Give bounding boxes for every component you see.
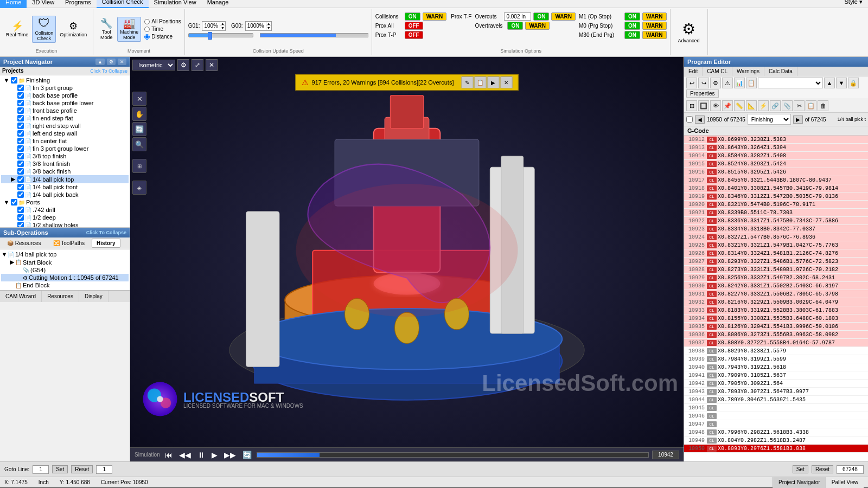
sub-tree-startblock[interactable]: ▶ 📋 Start Block — [1, 258, 129, 266]
gcode-row[interactable]: 10937CLX0.808Y0.3272Z1.5558B4.0164C-57.9… — [684, 339, 868, 347]
vp-close-tool[interactable]: ✕ — [132, 92, 146, 106]
prog-checkbox[interactable] — [686, 116, 693, 123]
vp-orient-icon[interactable]: ⊞ — [132, 159, 146, 173]
radio-time[interactable]: Time — [144, 26, 181, 32]
tree-item-rightend[interactable]: 📄 right end step wall — [1, 122, 129, 130]
overcuts-value[interactable]: 0.002 in — [504, 12, 531, 21]
tree-item-halfshallow[interactable]: 📄 1/2 shallow holes — [1, 221, 129, 227]
prog-tb-prop[interactable]: 📋 — [746, 78, 757, 88]
overtravels-on-badge[interactable]: ON — [507, 22, 523, 30]
m30-on-badge[interactable]: ON — [624, 31, 640, 39]
tree-item-742drill[interactable]: 📄 .742 drill — [1, 206, 129, 214]
gcode-row[interactable]: 10945CL — [684, 404, 868, 412]
project-nav-close-btn[interactable]: ✕ — [118, 59, 126, 65]
gcode-row[interactable]: 10934CLX0.8155Y0.3308Z1.5535B3.6488C-60.… — [684, 314, 868, 323]
sub-tree-14balltop[interactable]: ▼ 📄 1/4 ball pick top — [1, 251, 129, 258]
gcode-row[interactable]: 10931CLX0.8227Y0.3332Z1.5506B2.7805C-65.… — [684, 290, 868, 298]
g01-input-group[interactable]: 100% ▲ ▼ — [202, 21, 226, 31]
overcuts-warn-badge[interactable]: WARN — [551, 12, 576, 21]
tree-item-backbase[interactable]: 📄 back base profile — [1, 92, 129, 99]
prog-tab-edit[interactable]: Edit — [684, 67, 703, 76]
tree-item-fin3port[interactable]: 📄 fin 3 port group — [1, 84, 129, 92]
m0-warn-badge[interactable]: WARN — [642, 22, 667, 30]
prog-tab-calcdata[interactable]: Calc Data — [764, 67, 797, 76]
g00-up[interactable]: ▲ — [266, 22, 271, 26]
gcode-row[interactable]: 10919CLX0.8346Y0.3312Z1.5472B0.5035C-79.… — [684, 192, 868, 201]
gcode-row[interactable]: 10918CLX0.8401Y0.3308Z1.5457B0.3419C-79.… — [684, 184, 868, 192]
prog-icon6[interactable]: 📐 — [746, 100, 757, 111]
radio-all-positions[interactable]: All Positions — [144, 18, 181, 24]
tree-item-38back[interactable]: 📄 3/8 back finish — [1, 168, 129, 175]
resources-bottom-tab[interactable]: Resources — [42, 291, 79, 302]
viewport-settings-btn[interactable]: ⚙ — [177, 59, 189, 71]
set-goto-btn[interactable]: Set — [52, 465, 68, 473]
speed-slider2[interactable] — [260, 33, 368, 37]
prog-tb-warnings2[interactable]: ⚠ — [722, 78, 733, 88]
pallet-view-tab[interactable]: Pallet View — [826, 477, 864, 488]
gcode-row[interactable]: 10922CLX0.8336Y0.3317Z1.5475B0.7343C-77.… — [684, 217, 868, 225]
gcode-row[interactable]: 10946CL — [684, 412, 868, 420]
speed-slider[interactable] — [188, 33, 253, 37]
project-nav-bottom-tab[interactable]: Project Navigator — [773, 477, 826, 488]
prog-op-select[interactable] — [758, 78, 823, 88]
gcode-row[interactable]: 10916CLX0.8515Y0.3295Z1.5426 — [684, 168, 868, 176]
gcode-row[interactable]: 10914CLX0.8584Y0.3282Z1.5408 — [684, 152, 868, 160]
m30-warn-badge[interactable]: WARN — [642, 31, 667, 39]
gcode-row[interactable]: 10927CLX0.8293Y0.3327Z1.5486B1.5776C-72.… — [684, 258, 868, 266]
g00-spinner[interactable]: ▲ ▼ — [266, 22, 271, 30]
prog-tb-cam[interactable]: ⚙ — [710, 78, 721, 88]
tree-item-38top[interactable]: 📄 3/8 top finish — [1, 152, 129, 160]
gcode-row[interactable]: 10913CLX0.8643Y0.3264Z1.5394 — [684, 144, 868, 152]
tree-item-14balltop[interactable]: ▶ 📄 1/4 ball pick top — [1, 175, 129, 183]
gcode-row[interactable]: 10944CLX0.789Y0.3046Z1.5639Z1.5435 — [684, 396, 868, 404]
reset-value-input[interactable] — [96, 465, 112, 474]
menu-simulation-view[interactable]: Simulation View — [149, 0, 202, 8]
tree-item-halfdeep[interactable]: 📄 1/2 deep — [1, 214, 129, 221]
view-select[interactable]: Isometric Front Top — [132, 60, 175, 70]
prog-op-dropdown[interactable]: Finishing — [748, 114, 791, 125]
gcode-row[interactable]: 10935CLX0.8126Y0.3294Z1.5541B3.9996C-59.… — [684, 323, 868, 331]
gcode-row[interactable]: 10932CLX0.8216Y0.3229Z1.5509B3.0029C-64.… — [684, 298, 868, 306]
reset-right-btn[interactable]: Reset — [812, 465, 833, 473]
overtravels-warn-badge[interactable]: WARN — [525, 22, 550, 30]
menu-home[interactable]: Home — [0, 0, 27, 8]
vp-rotate-tool[interactable]: 🔄 — [132, 122, 146, 136]
error-nav-btn[interactable]: ▶ — [487, 76, 499, 88]
tree-item-ports[interactable]: ▼ 📁 Ports — [1, 198, 129, 206]
advanced-button[interactable]: ⚙ Advanced — [674, 18, 704, 46]
gcode-row[interactable]: 10941CLX0.7909Y0.3105Z1.5637 — [684, 371, 868, 380]
tree-item-finendstep[interactable]: 📄 fin end step flat — [1, 114, 129, 122]
gcode-row[interactable]: 10947CL — [684, 420, 868, 428]
gcode-row[interactable]: 10948CLX0.7996Y0.2982Z1.5618B3.4338 — [684, 428, 868, 436]
g00-input-group[interactable]: 1000% ▲ ▼ — [245, 21, 272, 31]
realtime-button[interactable]: ⚡ Real-Time — [3, 20, 31, 39]
tree-item-fincenter[interactable]: 📄 fin center flat — [1, 137, 129, 145]
g00-down[interactable]: ▼ — [266, 26, 271, 30]
gcode-row[interactable]: 10925CLX0.8321Y0.3321Z1.5479B1.0427C-75.… — [684, 241, 868, 249]
cam-wizard-tab[interactable]: CAM Wizard — [0, 291, 42, 302]
prog-tab-camcl[interactable]: CAM CL — [703, 67, 732, 76]
prog-nav-right[interactable]: ▶ — [793, 115, 803, 124]
menu-3dview[interactable]: 3D View — [27, 0, 60, 8]
gcode-row[interactable]: 10938CLX0.8029Y0.3238Z1.5579 — [684, 347, 868, 355]
gcode-row[interactable]: 10920CLX0.8321Y0.5474B0.5196C-78.9171 — [684, 201, 868, 209]
prog-icon5[interactable]: 📏 — [734, 100, 745, 111]
tree-item-14ballback[interactable]: 📄 1/4 ball pick back — [1, 191, 129, 198]
reset-goto-btn[interactable]: Reset — [71, 465, 93, 473]
prog-tb-lock[interactable]: 🔒 — [848, 78, 859, 88]
vp-pan-tool[interactable]: ✋ — [132, 107, 146, 121]
gcode-row[interactable]: 10950CLX0.8093Y0.2976Z1.5581B3.038 — [684, 445, 868, 453]
prog-tb-up[interactable]: ▲ — [824, 78, 835, 88]
gcode-row[interactable]: 10933CLX0.8183Y0.3319Z1.5528B3.3803C-61.… — [684, 306, 868, 314]
gcode-row[interactable]: 10928CLX0.8273Y0.3331Z1.5489B1.9726C-70.… — [684, 266, 868, 274]
gcode-row[interactable]: 10917CLX0.8455Y0.3321.5443B0.1807C-80.94… — [684, 176, 868, 184]
gcode-row[interactable]: 10942CLX0.7905Y0.3092Z1.564 — [684, 380, 868, 388]
finishing-expand[interactable]: ▼ — [3, 77, 10, 84]
m1-on-badge[interactable]: ON — [624, 12, 640, 21]
prog-icon9[interactable]: 📎 — [782, 100, 793, 111]
finishing-checkbox[interactable] — [11, 77, 17, 84]
menu-programs[interactable]: Programs — [60, 0, 97, 8]
menu-manage[interactable]: Manage — [202, 0, 234, 8]
tree-item-38front[interactable]: 📄 3/8 front finish — [1, 160, 129, 168]
prog-tb-down[interactable]: ▼ — [836, 78, 847, 88]
